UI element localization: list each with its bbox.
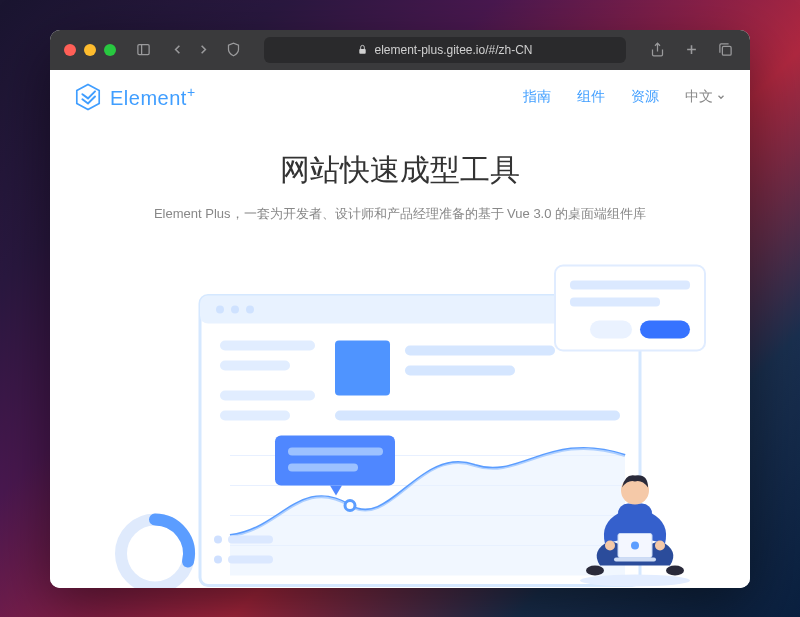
nav-links: 指南 组件 资源 中文 [523, 88, 726, 106]
svg-rect-16 [220, 410, 290, 420]
back-button[interactable] [166, 39, 188, 61]
titlebar: element-plus.gitee.io/#/zh-CN [50, 30, 750, 70]
maximize-window-button[interactable] [104, 44, 116, 56]
svg-rect-47 [614, 557, 656, 561]
svg-point-11 [231, 305, 239, 313]
svg-rect-34 [288, 463, 358, 471]
svg-rect-18 [405, 345, 555, 355]
chevron-down-icon [716, 92, 726, 102]
logo[interactable]: Element+ [74, 83, 196, 111]
svg-rect-2 [360, 49, 366, 54]
svg-point-36 [214, 535, 222, 543]
svg-rect-29 [590, 320, 632, 338]
svg-rect-0 [137, 45, 148, 55]
svg-point-43 [655, 540, 665, 550]
logo-icon [74, 83, 102, 111]
hero-subtitle: Element Plus，一套为开发者、设计师和产品经理准备的基于 Vue 3.… [70, 205, 730, 223]
svg-point-25 [345, 500, 355, 510]
lock-icon [357, 44, 368, 55]
svg-point-48 [586, 565, 604, 575]
svg-rect-13 [220, 340, 315, 350]
illustration-svg [80, 253, 720, 588]
tabs-icon[interactable] [714, 39, 736, 61]
browser-window: element-plus.gitee.io/#/zh-CN Element+ [50, 30, 750, 588]
svg-rect-14 [220, 360, 290, 370]
hero-illustration [50, 233, 750, 588]
logo-text: Element+ [110, 84, 196, 110]
url-bar[interactable]: element-plus.gitee.io/#/zh-CN [264, 37, 626, 63]
traffic-lights [64, 44, 116, 56]
minimize-window-button[interactable] [84, 44, 96, 56]
nav-arrows [166, 39, 214, 61]
right-toolbar-icons [646, 39, 736, 61]
svg-rect-28 [570, 297, 660, 306]
shield-icon[interactable] [222, 39, 244, 61]
url-text: element-plus.gitee.io/#/zh-CN [374, 43, 532, 57]
forward-button[interactable] [192, 39, 214, 61]
svg-point-42 [605, 540, 615, 550]
svg-rect-39 [228, 555, 273, 563]
language-label: 中文 [685, 88, 713, 106]
close-window-button[interactable] [64, 44, 76, 56]
nav-resources[interactable]: 资源 [631, 88, 659, 106]
svg-point-49 [666, 565, 684, 575]
svg-rect-15 [220, 390, 315, 400]
svg-rect-33 [288, 447, 383, 455]
svg-rect-37 [228, 535, 273, 543]
svg-rect-30 [640, 320, 690, 338]
nav-guide[interactable]: 指南 [523, 88, 551, 106]
svg-rect-27 [570, 280, 690, 289]
hero: 网站快速成型工具 Element Plus，一套为开发者、设计师和产品经理准备的… [50, 126, 750, 233]
page-content: Element+ 指南 组件 资源 中文 网站快速成型工具 Element Pl… [50, 70, 750, 588]
svg-point-46 [631, 541, 639, 549]
nav-components[interactable]: 组件 [577, 88, 605, 106]
svg-rect-6 [722, 46, 731, 55]
svg-point-10 [216, 305, 224, 313]
svg-point-38 [214, 555, 222, 563]
top-nav: Element+ 指南 组件 资源 中文 [50, 70, 750, 126]
svg-rect-31 [275, 435, 395, 485]
share-icon[interactable] [646, 39, 668, 61]
language-selector[interactable]: 中文 [685, 88, 726, 106]
svg-point-40 [580, 574, 690, 586]
svg-point-12 [246, 305, 254, 313]
svg-rect-17 [335, 340, 390, 395]
svg-rect-19 [405, 365, 515, 375]
new-tab-icon[interactable] [680, 39, 702, 61]
svg-rect-20 [335, 410, 620, 420]
sidebar-icon[interactable] [132, 39, 154, 61]
hero-title: 网站快速成型工具 [70, 150, 730, 191]
svg-marker-7 [77, 84, 99, 109]
